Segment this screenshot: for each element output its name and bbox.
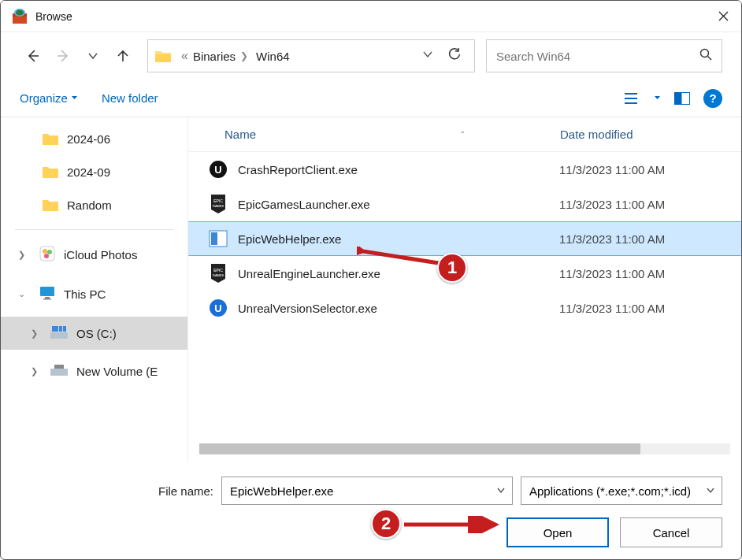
file-row[interactable]: U CrashReportClient.exe 11/3/2023 11:00 … [188, 152, 741, 187]
svg-rect-15 [52, 326, 58, 332]
file-date: 11/3/2023 11:00 AM [559, 232, 740, 246]
open-button[interactable]: Open [506, 517, 609, 547]
search-box[interactable] [486, 39, 722, 72]
ue-icon: U [208, 298, 228, 318]
filter-value: Applications (*.exe;*.com;*.icd) [529, 484, 691, 498]
back-button[interactable] [20, 43, 46, 69]
svg-point-4 [701, 50, 709, 57]
svg-text:GAMES: GAMES [213, 273, 224, 277]
new-folder-label: New folder [102, 91, 158, 105]
organize-menu[interactable]: Organize [20, 91, 78, 105]
chevron-right-icon[interactable]: ❯ [18, 250, 25, 260]
sidebar-item-thispc[interactable]: ⌄ This PC [1, 277, 187, 310]
open-label: Open [544, 526, 573, 540]
sidebar-folder[interactable]: 2024-06 [1, 122, 187, 155]
svg-text:EPIC: EPIC [213, 198, 223, 203]
horizontal-scrollbar[interactable] [199, 443, 730, 454]
file-row-selected[interactable]: EpicWebHelper.exe 11/3/2023 11:00 AM [188, 221, 741, 256]
folder-icon [42, 132, 59, 146]
sidebar-folder[interactable]: Random [1, 188, 187, 221]
chevron-down-icon[interactable]: ⌄ [18, 289, 25, 299]
window-title: Browse [35, 10, 705, 23]
column-date[interactable]: Date modified [560, 128, 741, 141]
file-type-filter[interactable]: Applications (*.exe;*.com;*.icd) [521, 477, 722, 505]
breadcrumb-current[interactable]: Win64 [256, 50, 290, 63]
chevron-right-icon[interactable]: ❯ [31, 328, 38, 339]
firewall-icon [12, 9, 28, 24]
sidebar-item-label: 2024-09 [67, 165, 110, 179]
sidebar-item-drive-c[interactable]: ❯ OS (C:) [1, 317, 187, 350]
svg-text:GAMES: GAMES [213, 204, 224, 208]
chevron-down-icon [71, 95, 78, 102]
sidebar-item-label: New Volume (E [76, 365, 158, 378]
new-folder-button[interactable]: New folder [102, 91, 158, 105]
column-name[interactable]: Name [224, 128, 256, 141]
file-row[interactable]: EPICGAMES EpicGamesLauncher.exe 11/3/202… [188, 187, 741, 221]
sidebar: 2024-06 2024-09 Random ❯ iCloud Photos ⌄… [1, 117, 188, 462]
main-area: 2024-06 2024-09 Random ❯ iCloud Photos ⌄… [1, 117, 741, 462]
sidebar-item-label: This PC [64, 287, 106, 301]
search-icon[interactable] [699, 48, 712, 64]
monitor-icon [39, 285, 56, 303]
file-name: UnrealEngineLauncher.exe [238, 267, 559, 280]
view-dropdown[interactable] [654, 95, 661, 102]
folder-icon [154, 49, 172, 63]
file-name: EpicWebHelper.exe [238, 232, 559, 246]
breadcrumb-overflow[interactable]: « [181, 49, 188, 63]
folder-icon [42, 165, 59, 179]
svg-rect-14 [50, 332, 68, 339]
filename-input[interactable]: EpicWebHelper.exe [221, 477, 513, 505]
forward-button[interactable] [50, 43, 76, 69]
sidebar-item-label: 2024-06 [67, 132, 110, 146]
recent-dropdown[interactable] [80, 43, 106, 69]
svg-point-10 [44, 254, 49, 258]
sidebar-item-label: OS (C:) [76, 327, 117, 340]
sort-indicator-icon: ⌃ [459, 130, 466, 139]
file-date: 11/3/2023 11:00 AM [559, 198, 740, 211]
sidebar-item-icloud[interactable]: ❯ iCloud Photos [1, 238, 187, 271]
file-date: 11/3/2023 11:00 AM [559, 267, 740, 280]
view-menu[interactable] [624, 90, 641, 107]
chevron-right-icon: ❯ [240, 50, 248, 61]
sidebar-separator [15, 229, 173, 230]
address-bar[interactable]: « Binaries ❯ Win64 [147, 39, 475, 72]
refresh-button[interactable] [441, 47, 468, 65]
close-button[interactable] [705, 1, 741, 32]
search-input[interactable] [496, 50, 699, 63]
help-button[interactable]: ? [703, 89, 722, 108]
address-dropdown[interactable] [414, 49, 441, 63]
chevron-down-icon[interactable] [496, 484, 506, 498]
sidebar-item-label: Random [67, 198, 112, 212]
svg-rect-16 [59, 326, 62, 332]
file-name: EpicGamesLauncher.exe [238, 198, 559, 211]
svg-text:U: U [214, 302, 221, 314]
cancel-button[interactable]: Cancel [620, 517, 722, 547]
file-name: UnrealVersionSelector.exe [238, 302, 559, 315]
svg-rect-7 [40, 247, 54, 261]
svg-rect-13 [43, 299, 51, 300]
svg-point-8 [43, 249, 47, 254]
chevron-right-icon[interactable]: ❯ [31, 366, 38, 376]
file-row[interactable]: EPICGAMES UnrealEngineLauncher.exe 11/3/… [188, 256, 741, 291]
chevron-down-icon[interactable] [706, 484, 715, 498]
filename-value: EpicWebHelper.exe [230, 484, 333, 498]
sidebar-item-drive-e[interactable]: ❯ New Volume (E [1, 354, 187, 388]
icloud-icon [39, 245, 56, 265]
folder-icon [42, 198, 59, 212]
column-header[interactable]: Name⌃ Date modified [188, 117, 741, 152]
scrollbar-thumb[interactable] [199, 443, 640, 454]
up-button[interactable] [109, 43, 136, 69]
breadcrumb-parent[interactable]: Binaries [193, 50, 236, 63]
preview-pane-button[interactable] [673, 90, 691, 107]
svg-text:U: U [214, 164, 221, 176]
nav-row: « Binaries ❯ Win64 [1, 32, 741, 80]
file-date: 11/3/2023 11:00 AM [559, 302, 740, 315]
drive-icon [50, 325, 69, 342]
svg-rect-25 [211, 232, 217, 245]
bottom-panel: File name: EpicWebHelper.exe Application… [1, 462, 741, 560]
sidebar-folder[interactable]: 2024-09 [1, 155, 187, 188]
file-row[interactable]: U UnrealVersionSelector.exe 11/3/2023 11… [188, 291, 741, 325]
filename-label: File name: [20, 484, 213, 498]
svg-rect-18 [50, 369, 68, 376]
titlebar: Browse [1, 1, 741, 32]
